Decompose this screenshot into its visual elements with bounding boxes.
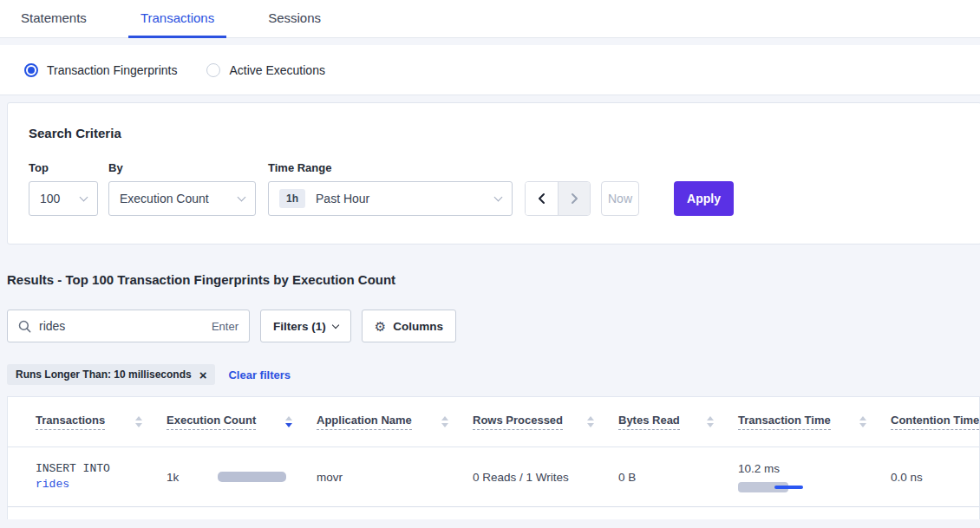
table-header-row: Transactions Execution Count Application… <box>8 397 979 447</box>
chevron-down-icon <box>238 192 246 201</box>
column-header-transactions[interactable]: Transactions <box>36 414 167 430</box>
top-select[interactable]: 100 <box>29 181 98 216</box>
time-range-field: Time Range 1h Past Hour <box>268 161 513 216</box>
time-range-select[interactable]: 1h Past Hour <box>268 181 513 216</box>
sort-icon <box>434 416 448 427</box>
next-time-window-button[interactable] <box>558 182 590 215</box>
radio-transaction-fingerprints[interactable]: Transaction Fingerprints <box>24 63 177 77</box>
by-field: By Execution Count <box>108 161 256 216</box>
execution-count-cell: 1k <box>167 471 317 484</box>
search-input[interactable] <box>39 319 212 333</box>
columns-button[interactable]: ⚙ Columns <box>362 310 456 342</box>
column-header-execution-count[interactable]: Execution Count <box>167 414 317 430</box>
top-field: Top 100 <box>29 161 98 216</box>
radio-selected-icon <box>24 63 38 77</box>
time-stddev-line <box>774 486 803 489</box>
chevron-down-icon <box>494 192 503 201</box>
by-label: By <box>108 161 256 174</box>
search-icon <box>18 320 31 333</box>
contention-time-cell: 0.0 ns <box>891 471 979 484</box>
column-header-bytes-read[interactable]: Bytes Read <box>618 414 738 430</box>
tab-transactions[interactable]: Transactions <box>128 0 226 38</box>
sql-activity-tabbar: Statements Transactions Sessions <box>0 0 980 38</box>
time-range-badge: 1h <box>279 189 305 208</box>
chevron-down-icon <box>80 192 88 201</box>
columns-button-label: Columns <box>393 320 443 333</box>
gear-icon: ⚙ <box>375 320 386 333</box>
column-header-contention-time[interactable]: Contention Time <box>891 414 980 430</box>
apply-button[interactable]: Apply <box>674 181 734 216</box>
filters-button[interactable]: Filters (1) <box>260 310 351 342</box>
rows-processed-cell: 0 Reads / 1 Writes <box>473 471 618 484</box>
view-mode-bar: Transaction Fingerprints Active Executio… <box>0 45 980 95</box>
sort-desc-icon <box>278 416 292 427</box>
column-header-transaction-time[interactable]: Transaction Time <box>738 414 891 430</box>
by-select[interactable]: Execution Count <box>108 181 256 216</box>
results-search-box: Enter <box>7 310 250 342</box>
time-range-value: Past Hour <box>316 192 369 205</box>
search-criteria-title: Search Criteria <box>29 126 960 140</box>
clear-filters-link[interactable]: Clear filters <box>228 368 291 381</box>
sort-icon <box>580 416 594 427</box>
transaction-fingerprint-cell: INSERT INTO rides <box>36 461 167 492</box>
results-heading: Results - Top 100 Transaction Fingerprin… <box>7 272 980 287</box>
sort-icon <box>700 416 714 427</box>
sort-icon <box>128 416 142 427</box>
radio-unselected-icon <box>206 63 220 77</box>
remove-filter-icon[interactable]: × <box>199 368 207 381</box>
results-controls: Enter Filters (1) ⚙ Columns <box>7 310 980 342</box>
now-button[interactable]: Now <box>601 181 639 216</box>
search-criteria-card: Search Criteria Top 100 By Execution Cou… <box>7 102 980 244</box>
transaction-time-cell: 10.2 ms <box>738 462 891 492</box>
filters-button-label: Filters (1) <box>273 320 326 333</box>
sql-text: INSERT INTO <box>36 461 167 477</box>
sort-icon <box>853 416 866 427</box>
top-label: Top <box>29 161 98 174</box>
radio-label: Active Executions <box>229 63 325 77</box>
filter-chip-label: Runs Longer Than: 10 milliseconds <box>16 368 192 381</box>
radio-active-executions[interactable]: Active Executions <box>206 63 325 77</box>
column-header-application-name[interactable]: Application Name <box>317 414 473 430</box>
active-filters-row: Runs Longer Than: 10 milliseconds × Clea… <box>7 364 980 385</box>
top-select-value: 100 <box>40 192 60 205</box>
by-select-value: Execution Count <box>120 192 209 205</box>
chevron-left-icon <box>535 192 549 205</box>
application-name-cell: movr <box>317 471 473 484</box>
chevron-right-icon <box>567 192 581 205</box>
tab-statements[interactable]: Statements <box>9 0 99 38</box>
column-header-rows-processed[interactable]: Rows Processed <box>473 414 618 430</box>
chevron-down-icon <box>332 322 339 329</box>
radio-label: Transaction Fingerprints <box>47 63 177 77</box>
table-row: INSERT INTO rides 1k movr 0 Reads / 1 Wr… <box>8 447 979 507</box>
enter-hint: Enter <box>212 320 238 333</box>
transaction-time-value: 10.2 ms <box>738 462 891 475</box>
transaction-link[interactable]: rides <box>36 477 167 492</box>
filter-chip: Runs Longer Than: 10 milliseconds × <box>7 364 215 385</box>
execution-count-bar <box>218 472 286 482</box>
time-range-label: Time Range <box>268 161 513 174</box>
previous-time-window-button[interactable] <box>526 182 558 215</box>
execution-count-value: 1k <box>167 471 179 484</box>
transaction-time-bar <box>738 482 842 492</box>
transactions-table: Transactions Execution Count Application… <box>7 396 980 519</box>
time-window-nav <box>525 181 591 216</box>
bytes-read-cell: 0 B <box>618 471 738 484</box>
tab-sessions[interactable]: Sessions <box>256 0 333 38</box>
